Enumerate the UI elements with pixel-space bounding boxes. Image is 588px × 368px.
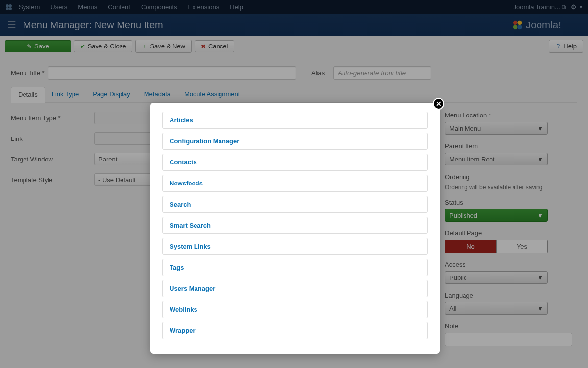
menu-item-type-modal: ✕ Articles Configuration Manager Contact… [150,103,440,354]
modal-item-tags[interactable]: Tags [162,259,428,276]
modal-item-articles[interactable]: Articles [162,112,428,129]
close-icon: ✕ [436,100,441,108]
modal-item-users-manager[interactable]: Users Manager [162,280,428,297]
modal-close-button[interactable]: ✕ [433,98,444,110]
modal-item-contacts[interactable]: Contacts [162,154,428,171]
modal-item-weblinks[interactable]: Weblinks [162,301,428,318]
modal-item-newsfeeds[interactable]: Newsfeeds [162,175,428,192]
modal-item-smart-search[interactable]: Smart Search [162,217,428,234]
modal-item-configuration-manager[interactable]: Configuration Manager [162,133,428,150]
modal-item-search[interactable]: Search [162,196,428,213]
modal-item-wrapper[interactable]: Wrapper [162,322,428,339]
modal-item-system-links[interactable]: System Links [162,238,428,255]
